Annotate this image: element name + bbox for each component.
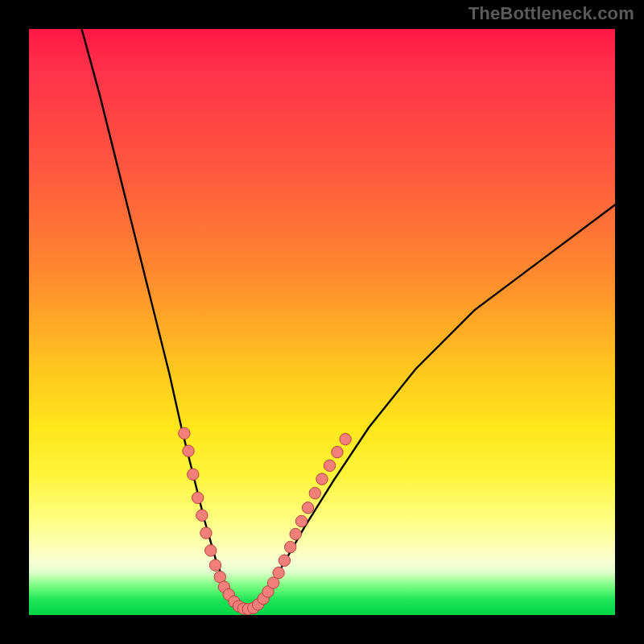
highlight-dot [290, 528, 301, 539]
highlight-dot [205, 545, 217, 556]
plot-area [29, 29, 615, 615]
chart-frame: TheBottleneck.com [0, 0, 644, 644]
highlight-dot [302, 502, 313, 514]
highlight-dot [188, 469, 199, 480]
highlight-dot [196, 510, 208, 521]
highlight-dot [192, 492, 204, 503]
highlight-dot [279, 555, 290, 566]
bottleneck-curve [82, 29, 616, 609]
highlight-dot [273, 567, 284, 578]
bottleneck-curve-svg [29, 29, 615, 615]
watermark-text: TheBottleneck.com [469, 3, 634, 24]
highlight-dot [324, 460, 335, 471]
highlight-dot [179, 427, 190, 439]
highlight-dot [200, 527, 212, 539]
highlight-dot [183, 445, 194, 456]
highlight-dot [295, 515, 307, 526]
highlight-dot [309, 487, 320, 498]
highlight-dot [340, 433, 351, 444]
highlight-dot [316, 473, 328, 485]
highlight-dot [332, 446, 343, 457]
highlight-dot [209, 559, 221, 571]
highlight-dot [285, 541, 296, 552]
